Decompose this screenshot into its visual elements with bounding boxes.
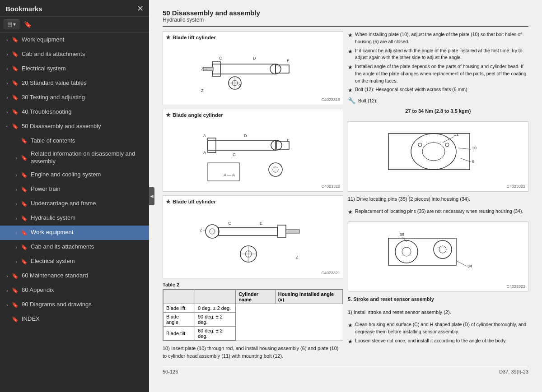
sidebar-item-index[interactable]: 🔖INDEX [0,312,149,327]
table-cell: Blade lift [164,304,195,313]
expand-arrow-related-info: › [13,155,20,161]
bookmark-label-60-maintenance: 60 Maintenance standard [22,272,147,280]
svg-point-44 [418,143,422,147]
expand-arrow-electrical-sub: › [13,259,20,264]
sidebar-item-90-diagrams[interactable]: ›🔖90 Diagrams and drawings [0,298,149,312]
expand-arrow-cab-attachments-sub: › [13,244,20,250]
star-sensor-icon-1: ★ [348,321,353,336]
right-column: ★ When installing plate (10), adjust the… [348,31,528,361]
svg-text:D: D [244,134,247,138]
sidebar-item-30-testing[interactable]: ›🔖30 Testing and adjusting [0,90,149,105]
sidebar-item-hydraulic-system[interactable]: ›🔖Hydraulic system [0,211,149,226]
bookmark-icon-20-standard: 🔖 [12,80,19,86]
bookmark-label-90-diagrams: 90 Diagrams and drawings [22,301,147,309]
sidebar-item-work-equipment-sub[interactable]: ›🔖Work equipment [0,226,149,240]
bookmark-label-table-of-contents: Table of contents [31,137,147,145]
svg-text:A: A [203,150,206,155]
bookmark-label-related-info: Related information on disassembly and a… [31,150,147,166]
sidebar-item-table-of-contents[interactable]: 🔖Table of contents [0,134,149,148]
page-number: 50-126 [163,369,178,374]
sensor-note-2: ★ Loosen sleeve nut once, and install it… [348,337,528,346]
right-image-1: 11 10 6 [351,125,525,183]
close-button[interactable]: ✕ [137,4,144,14]
left-column: ★ Blade lift cylinder C D [163,31,343,361]
svg-text:6: 6 [472,159,474,164]
bookmark-icon-undercarriage: 🔖 [21,201,28,207]
table-cell: Blade angle [164,313,195,327]
bookmark-label-work-equipment-sub: Work equipment [31,229,147,236]
table-2: Cylinder nameHousing installed angle (x)… [163,289,343,341]
sidebar-item-undercarriage[interactable]: ›🔖Undercarriage and frame [0,197,149,211]
blade-tilt-svg: Z→ Z C E [199,207,307,270]
bookmark-label-electrical-top: Electrical system [22,65,147,73]
blade-angle-image: A A D E C A — A [166,120,340,183]
svg-text:A: A [203,134,206,138]
collapse-handle[interactable]: ◀ [149,187,154,205]
bookmark-icon-table-of-contents: 🔖 [21,138,28,144]
blade-lift-figure: ★ Blade lift cylinder C D [163,31,343,105]
sidebar-header: Bookmarks ✕ [0,0,149,17]
bookmark-icon-work-equipment-sub: 🔖 [21,230,28,236]
sidebar-item-electrical-sub[interactable]: ›🔖Electrical system [0,254,149,269]
table-row: Blade lift0 deg. ± 2 deg. [164,304,343,313]
sidebar-item-50-disassembly[interactable]: ›🔖50 Disassembly and assembly [0,119,149,134]
sidebar-item-power-train[interactable]: ›🔖Power train [0,182,149,197]
svg-rect-32 [278,225,286,238]
svg-text:D: D [253,56,256,60]
expand-arrow-power-train: › [13,187,20,192]
blade-lift-ref: C4023319 [166,97,340,102]
note-4: ★ Bolt (12): Hexagonal socket width acro… [348,86,528,94]
blade-tilt-image: Z→ Z C E [166,207,340,270]
table-cell: 0 deg. ± 2 deg. [195,304,235,313]
blade-tilt-ref: C4023321 [166,271,340,275]
svg-text:C: C [228,221,231,226]
svg-text:11: 11 [454,132,458,137]
sidebar-item-40-troubleshooting[interactable]: ›🔖40 Troubleshooting [0,105,149,119]
right-figure-1: 11 10 6 C4023322 [348,121,528,192]
sidebar-item-related-info[interactable]: ›🔖Related information on disassembly and… [0,148,149,168]
sidebar-item-work-equipment-top[interactable]: ›🔖Work equipment [0,32,149,47]
sidebar-item-cab-attachments-top[interactable]: ›🔖Cab and its attachments [0,47,149,61]
star-bullet-icon-4: ★ [348,86,353,94]
bookmark-label-undercarriage: Undercarriage and frame [31,200,147,208]
sidebar-content[interactable]: ›🔖Work equipment›🔖Cab and its attachment… [0,32,149,392]
bookmark-label-electrical-sub: Electrical system [31,258,147,265]
bookmark-label-hydraulic-system: Hydraulic system [31,214,147,222]
sidebar-item-60-maintenance[interactable]: ›🔖60 Maintenance standard [0,269,149,283]
bookmark-label-power-train: Power train [31,185,147,193]
svg-line-60 [456,261,467,266]
step-5-header: 5. Stroke and reset sensor assembly [348,295,528,303]
svg-point-27 [273,167,278,172]
svg-point-45 [445,143,449,147]
main-content: 50 Disassembly and assembly Hydraulic sy… [149,0,542,392]
bookmark-icon-electrical-sub: 🔖 [21,258,28,265]
blade-lift-caption: ★ Blade lift cylinder [166,34,340,41]
star-bullet-icon-1: ★ [348,31,353,46]
sidebar: Bookmarks ✕ ▤ ▾ 🔖 ›🔖Work equipment›🔖Cab … [0,0,149,392]
wrench-icon: 🔧 [348,96,355,106]
sidebar-item-engine-cooling[interactable]: ›🔖Engine and cooling system [0,168,149,182]
sidebar-item-cab-attachments-sub[interactable]: ›🔖Cab and its attachments [0,240,149,254]
view-button[interactable]: ▤ ▾ [4,19,19,29]
svg-text:10: 10 [472,146,477,150]
notes-block: ★ When installing plate (10), adjust the… [348,31,528,118]
svg-rect-3 [276,65,289,73]
sensor-note-1: ★ Clean housing end surface (C) and H sh… [348,321,528,336]
svg-point-29 [206,225,219,238]
sidebar-item-electrical-top[interactable]: ›🔖Electrical system [0,61,149,76]
view-icon: ▤ [7,21,12,28]
bookmark-icon[interactable]: 🔖 [21,19,34,29]
expand-arrow-90-diagrams: › [4,302,11,308]
table-row: Blade angle90 deg. ± 2 deg. [164,313,343,327]
table-cell: 60 deg. ± 2 deg. [195,327,235,341]
svg-rect-31 [219,227,277,235]
expand-arrow-20-standard: › [4,80,11,86]
blade-angle-ref: C4023320 [166,184,340,189]
blade-lift-image: C D E Z→ Z C [166,42,340,97]
sidebar-item-20-standard[interactable]: ›🔖20 Standard value tables [0,76,149,90]
blade-lift-svg: C D E Z→ Z C [199,42,307,97]
svg-rect-15 [208,140,276,150]
sidebar-item-80-appendix[interactable]: ›🔖80 Appendix [0,283,149,298]
bookmark-icon-hydraulic-system: 🔖 [21,215,28,221]
star-bullet-icon-3: ★ [348,63,353,84]
